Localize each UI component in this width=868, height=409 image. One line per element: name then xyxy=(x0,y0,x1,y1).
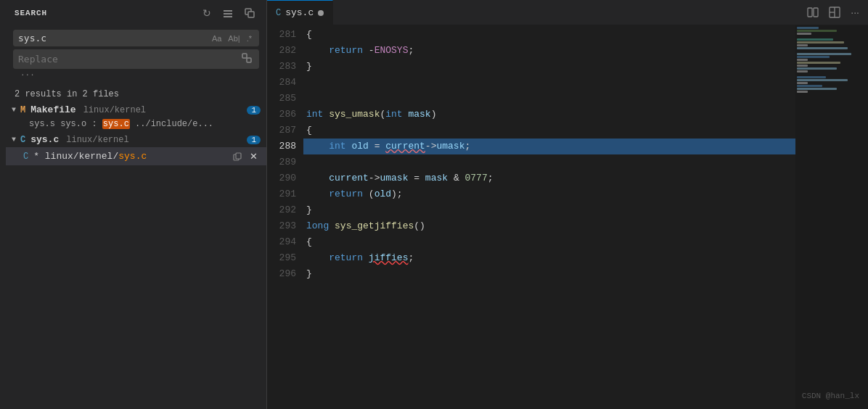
results-summary: 2 results in 2 files xyxy=(6,85,266,102)
makefile-match-line[interactable]: sys.s sys.o : sys.c ../include/e... xyxy=(6,117,266,131)
svg-rect-4 xyxy=(248,12,254,17)
svg-rect-8 xyxy=(236,153,241,159)
use-regex-button[interactable]: .* xyxy=(245,33,254,44)
minimap-content xyxy=(795,25,868,95)
c-file-icon: C xyxy=(20,135,25,145)
copy-path-button[interactable] xyxy=(230,149,245,163)
match-whole-word-button[interactable]: Ab| xyxy=(226,33,242,44)
ln-284: 284 xyxy=(267,75,296,91)
more-options: ··· xyxy=(13,69,259,80)
sidebar-title: SEARCH xyxy=(15,9,47,17)
svg-rect-0 xyxy=(224,10,232,12)
code-line-294: { xyxy=(303,234,795,250)
makefile-icon: M xyxy=(20,105,25,115)
sysc-file-header[interactable]: ▼ C sys.c linux/kernel 1 xyxy=(6,132,266,147)
file-group-makefile: ▼ M Makefile linux/kernel 1 sys.s sys.o … xyxy=(6,102,266,131)
ln-287: 287 xyxy=(267,123,296,139)
ln-296: 296 xyxy=(267,266,296,282)
replace-input-row xyxy=(13,49,259,69)
ln-289: 289 xyxy=(267,154,296,170)
open-new-editor-button[interactable] xyxy=(242,7,258,20)
code-line-290: current->umask = mask & 0777; xyxy=(303,170,795,186)
chevron-down-icon-2: ▼ xyxy=(12,136,16,144)
code-line-287: { xyxy=(303,123,795,139)
code-line-293: long sys_getjiffies() xyxy=(303,218,795,234)
watermark: CSDN @han_lx xyxy=(802,392,859,400)
match-highlight: sys.c xyxy=(102,119,130,129)
svg-rect-9 xyxy=(808,8,812,17)
sidebar-header: SEARCH ↻ xyxy=(6,0,266,25)
replace-input[interactable] xyxy=(18,54,239,65)
minimap xyxy=(795,25,868,409)
makefile-path: linux/kernel xyxy=(83,105,146,115)
ln-292: 292 xyxy=(267,202,296,218)
sidebar-header-icons: ↻ xyxy=(200,6,258,20)
file-group-sysc: ▼ C sys.c linux/kernel 1 C * linux/kerne… xyxy=(6,132,266,165)
ln-286: 286 xyxy=(267,107,296,123)
svg-rect-6 xyxy=(247,58,251,62)
main-content: C sys.c ··· 281 xyxy=(267,0,868,409)
tab-bar: C sys.c ··· xyxy=(267,0,868,25)
code-line-288: int old = current->umask; xyxy=(303,139,795,154)
search-input-row: sys.c Aa Ab| .* xyxy=(13,30,259,46)
line-numbers: 281 282 283 284 285 286 287 288 289 290 … xyxy=(267,25,303,409)
refresh-button[interactable]: ↻ xyxy=(200,6,214,20)
code-line-292: } xyxy=(303,202,795,218)
code-line-282: return -ENOSYS; xyxy=(303,43,795,59)
makefile-name: Makefile xyxy=(30,104,75,115)
sysc-path: linux/kernel xyxy=(66,135,128,145)
ln-291: 291 xyxy=(267,186,296,202)
svg-rect-2 xyxy=(224,16,232,17)
tab-modified-dot xyxy=(318,10,324,16)
ln-281: 281 xyxy=(267,27,296,43)
sysc-name: sys.c xyxy=(30,134,59,145)
code-line-283: } xyxy=(303,59,795,75)
search-input-icons: Aa Ab| .* xyxy=(210,33,254,44)
code-area[interactable]: { return -ENOSYS; } int sys_umask(int ma… xyxy=(303,25,795,409)
code-line-284 xyxy=(303,75,795,91)
active-file-label: * linux/kernel/sys.c xyxy=(33,151,227,162)
ln-295: 295 xyxy=(267,250,296,266)
code-line-291: return (old); xyxy=(303,186,795,202)
ln-290: 290 xyxy=(267,170,296,186)
active-file-icons: ✕ xyxy=(230,149,261,163)
more-actions-button[interactable]: ··· xyxy=(848,5,862,20)
file-results: ▼ M Makefile linux/kernel 1 sys.s sys.o … xyxy=(6,102,266,409)
svg-rect-10 xyxy=(814,8,818,17)
split-editor-button[interactable] xyxy=(804,5,822,20)
close-file-button[interactable]: ✕ xyxy=(247,149,261,163)
makefile-result-count: 1 xyxy=(247,106,261,115)
replace-all-button[interactable] xyxy=(239,52,254,66)
match-case-button[interactable]: Aa xyxy=(210,33,224,44)
editor: 281 282 283 284 285 286 287 288 289 290 … xyxy=(267,25,868,409)
active-file-item[interactable]: C * linux/kernel/sys.c ✕ xyxy=(6,147,266,165)
tab-c-icon: C xyxy=(276,8,281,18)
ln-294: 294 xyxy=(267,234,296,250)
ln-288: 288 xyxy=(267,139,296,154)
sysc-result-count: 1 xyxy=(247,136,261,144)
editor-layout-button[interactable] xyxy=(826,5,843,20)
code-line-286: int sys_umask(int mask) xyxy=(303,107,795,123)
ln-283: 283 xyxy=(267,59,296,75)
chevron-down-icon: ▼ xyxy=(12,106,16,114)
collapse-all-button[interactable] xyxy=(220,7,236,20)
ln-285: 285 xyxy=(267,91,296,107)
svg-rect-1 xyxy=(224,13,232,15)
left-gutter xyxy=(0,0,6,409)
code-line-296: } xyxy=(303,266,795,282)
svg-rect-5 xyxy=(242,54,247,58)
ln-293: 293 xyxy=(267,218,296,234)
makefile-file-header[interactable]: ▼ M Makefile linux/kernel 1 xyxy=(6,102,266,117)
tab-bar-actions: ··· xyxy=(804,5,862,20)
tab-sysc[interactable]: C sys.c xyxy=(267,0,333,25)
code-line-285 xyxy=(303,91,795,107)
active-c-icon: C xyxy=(23,152,28,162)
tab-label: sys.c xyxy=(285,7,314,18)
search-input[interactable]: sys.c xyxy=(18,33,210,44)
code-line-281: { xyxy=(303,27,795,43)
code-line-295: return jiffies; xyxy=(303,250,795,266)
sidebar: SEARCH ↻ sys.c Aa Ab| xyxy=(6,0,267,409)
ln-282: 282 xyxy=(267,43,296,59)
code-line-289 xyxy=(303,154,795,170)
search-section: sys.c Aa Ab| .* ··· xyxy=(6,25,266,85)
